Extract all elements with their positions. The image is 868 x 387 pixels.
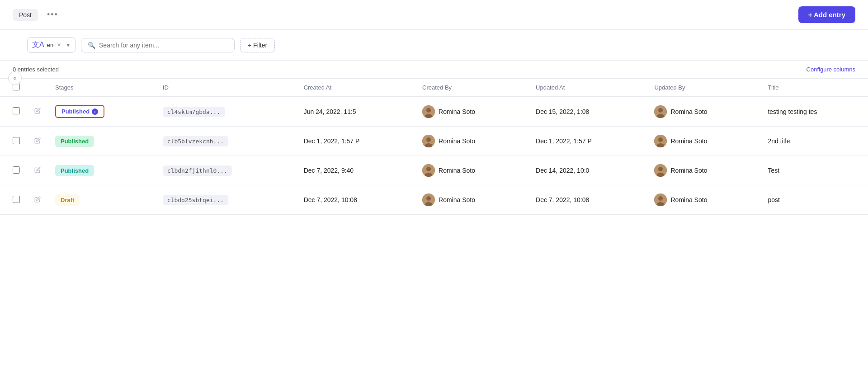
svg-point-4 bbox=[658, 108, 663, 113]
language-code: en bbox=[47, 42, 53, 48]
top-bar: Post ••• + Add entry bbox=[0, 0, 868, 30]
updated-at-cell: Dec 15, 2022, 1:08 bbox=[528, 97, 647, 127]
col-updated-by[interactable]: Updated By bbox=[647, 79, 760, 97]
id-cell: clbdn2fjithnl0... bbox=[156, 156, 297, 185]
title-cell: 2nd title bbox=[760, 127, 868, 156]
row-checkbox-cell bbox=[0, 97, 27, 127]
edit-icon-cell bbox=[27, 185, 48, 215]
svg-point-1 bbox=[426, 108, 431, 113]
svg-point-10 bbox=[658, 137, 663, 142]
created-at-cell: Dec 7, 2022, 9:40 bbox=[297, 156, 415, 185]
table-row: Draftclbdo25sbtqei...Dec 7, 2022, 10:08R… bbox=[0, 185, 868, 215]
col-title[interactable]: Title bbox=[760, 79, 868, 97]
status-badge: Published bbox=[55, 165, 94, 176]
chevron-down-icon: ▼ bbox=[66, 42, 71, 48]
id-value: clbdn2fjithnl0... bbox=[163, 165, 232, 176]
status-badge[interactable]: Published i bbox=[55, 105, 104, 118]
svg-point-22 bbox=[658, 196, 663, 201]
filter-bar: « 文A en ✕ ▼ 🔍 + Filter bbox=[0, 30, 868, 61]
table-row: Publishedclb5blvzekcnh...Dec 1, 2022, 1:… bbox=[0, 127, 868, 156]
edit-icon-cell bbox=[27, 97, 48, 127]
col-created-at[interactable]: Created At bbox=[297, 79, 415, 97]
edit-icon[interactable] bbox=[34, 108, 41, 115]
info-icon: i bbox=[92, 109, 98, 115]
entries-selected-count: 0 entries selected bbox=[13, 66, 59, 73]
translate-icon: 文A bbox=[32, 40, 44, 50]
data-table: Stages ID Created At Created By Updated … bbox=[0, 78, 868, 215]
user-name: Romina Soto bbox=[670, 137, 707, 145]
avatar bbox=[422, 105, 435, 118]
updated-at-cell: Dec 7, 2022, 10:08 bbox=[528, 185, 647, 215]
created-at-cell: Jun 24, 2022, 11:5 bbox=[297, 97, 415, 127]
avatar bbox=[654, 194, 667, 206]
configure-columns-button[interactable]: Configure columns bbox=[807, 66, 855, 73]
filter-button[interactable]: + Filter bbox=[240, 38, 275, 52]
id-cell: cl4sktm7gbda... bbox=[156, 97, 297, 127]
language-remove-button[interactable]: ✕ bbox=[57, 42, 61, 48]
entries-bar: 0 entries selected Configure columns bbox=[0, 61, 868, 78]
stage-cell: Published bbox=[48, 127, 156, 156]
user-name: Romina Soto bbox=[439, 167, 475, 174]
post-tag: Post bbox=[13, 9, 38, 21]
avatar bbox=[654, 164, 667, 177]
user-name: Romina Soto bbox=[439, 108, 475, 115]
id-cell: clbdo25sbtqei... bbox=[156, 185, 297, 215]
status-badge: Published bbox=[55, 136, 94, 147]
row-checkbox-cell bbox=[0, 156, 27, 185]
avatar bbox=[654, 105, 667, 118]
row-checkbox[interactable] bbox=[13, 196, 20, 203]
table-row: Publishedclbdn2fjithnl0...Dec 7, 2022, 9… bbox=[0, 156, 868, 185]
search-input[interactable] bbox=[99, 42, 228, 49]
created-by-cell: Romina Soto bbox=[415, 185, 528, 215]
add-entry-button[interactable]: + Add entry bbox=[798, 6, 855, 23]
table-section: 0 entries selected Configure columns Sta… bbox=[0, 61, 868, 215]
edit-icon[interactable] bbox=[34, 167, 41, 175]
updated-at-cell: Dec 14, 2022, 10:0 bbox=[528, 156, 647, 185]
col-stages[interactable]: Stages bbox=[48, 79, 156, 97]
edit-icon[interactable] bbox=[34, 197, 41, 204]
id-cell: clb5blvzekcnh... bbox=[156, 127, 297, 156]
user-name: Romina Soto bbox=[439, 137, 475, 145]
id-value: clb5blvzekcnh... bbox=[163, 136, 228, 146]
svg-point-16 bbox=[658, 167, 663, 171]
search-box: 🔍 bbox=[81, 38, 235, 52]
user-name: Romina Soto bbox=[439, 196, 475, 203]
status-badge: Draft bbox=[55, 194, 80, 206]
stage-cell: Published bbox=[48, 156, 156, 185]
edit-col-header bbox=[27, 79, 48, 97]
user-name: Romina Soto bbox=[670, 108, 707, 115]
language-selector[interactable]: 文A en ✕ ▼ bbox=[27, 37, 75, 53]
col-id[interactable]: ID bbox=[156, 79, 297, 97]
title-cell: post bbox=[760, 185, 868, 215]
collapse-sidebar-button[interactable]: « bbox=[8, 71, 22, 85]
avatar bbox=[654, 135, 667, 147]
search-icon: 🔍 bbox=[88, 42, 95, 49]
updated-by-cell: Romina Soto bbox=[647, 156, 760, 185]
col-updated-at[interactable]: Updated At bbox=[528, 79, 647, 97]
edit-icon-cell bbox=[27, 156, 48, 185]
row-checkbox[interactable] bbox=[13, 166, 20, 174]
stage-cell: Published i bbox=[48, 97, 156, 127]
created-at-cell: Dec 7, 2022, 10:08 bbox=[297, 185, 415, 215]
updated-by-cell: Romina Soto bbox=[647, 127, 760, 156]
updated-at-cell: Dec 1, 2022, 1:57 P bbox=[528, 127, 647, 156]
row-checkbox-cell bbox=[0, 127, 27, 156]
row-checkbox-cell bbox=[0, 185, 27, 215]
svg-point-7 bbox=[426, 137, 431, 142]
more-options-button[interactable]: ••• bbox=[43, 8, 62, 21]
row-checkbox[interactable] bbox=[13, 107, 20, 114]
created-at-cell: Dec 1, 2022, 1:57 P bbox=[297, 127, 415, 156]
top-bar-left: Post ••• bbox=[13, 8, 62, 21]
table-header-row: Stages ID Created At Created By Updated … bbox=[0, 79, 868, 97]
row-checkbox[interactable] bbox=[13, 137, 20, 144]
edit-icon[interactable] bbox=[34, 138, 41, 145]
svg-point-19 bbox=[426, 196, 431, 201]
avatar bbox=[422, 164, 435, 177]
avatar bbox=[422, 135, 435, 147]
col-created-by[interactable]: Created By bbox=[415, 79, 528, 97]
title-cell: Test bbox=[760, 156, 868, 185]
avatar bbox=[422, 194, 435, 206]
id-value: clbdo25sbtqei... bbox=[163, 195, 228, 205]
user-name: Romina Soto bbox=[670, 167, 707, 174]
edit-icon-cell bbox=[27, 127, 48, 156]
